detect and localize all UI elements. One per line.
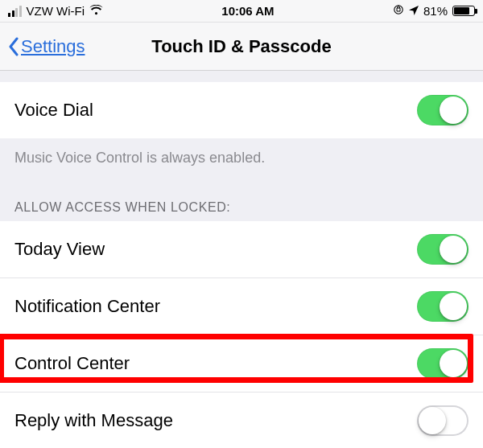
voice-dial-footer: Music Voice Control is always enabled. (0, 138, 483, 183)
svg-point-0 (394, 6, 402, 14)
wifi-icon (89, 4, 103, 18)
allow-access-toggle-notif[interactable] (417, 291, 469, 322)
battery-percentage: 81% (423, 4, 448, 18)
allow-access-label: Notification Center (14, 296, 160, 317)
allow-access-toggle-today[interactable] (417, 234, 469, 265)
orientation-lock-icon (393, 4, 404, 18)
location-icon (409, 4, 419, 18)
voice-dial-group: Voice Dial (0, 82, 483, 138)
allow-access-toggle-control[interactable] (417, 348, 469, 379)
back-button[interactable]: Settings (8, 36, 85, 57)
allow-access-label: Today View (14, 239, 105, 260)
voice-dial-toggle[interactable] (417, 95, 469, 125)
allow-access-row-notif: Notification Center (0, 278, 483, 335)
allow-access-label: Reply with Message (14, 410, 173, 431)
chevron-left-icon (8, 37, 19, 56)
status-bar: VZW Wi-Fi 10:06 AM 81% (0, 0, 483, 23)
voice-dial-row: Voice Dial (0, 82, 483, 138)
carrier-label: VZW Wi-Fi (27, 4, 85, 18)
allow-access-toggle-reply[interactable] (417, 405, 469, 436)
allow-access-row-reply: Reply with Message (0, 393, 483, 448)
voice-dial-label: Voice Dial (14, 100, 93, 121)
allow-access-header: ALLOW ACCESS WHEN LOCKED: (0, 183, 483, 221)
allow-access-row-control: Control Center (0, 335, 483, 393)
back-button-label: Settings (21, 36, 85, 57)
clock-time: 10:06 AM (221, 4, 274, 18)
nav-bar: Settings Touch ID & Passcode (0, 23, 483, 71)
cellular-signal-icon (8, 6, 22, 17)
allow-access-label: Control Center (14, 353, 130, 374)
allow-access-group: Today ViewNotification CenterControl Cen… (0, 221, 483, 448)
allow-access-row-today: Today View (0, 221, 483, 278)
battery-icon (452, 6, 475, 16)
